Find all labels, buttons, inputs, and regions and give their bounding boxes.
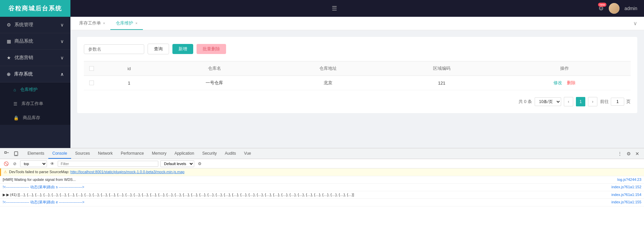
console-array-text: ▶ ▶ (41) [{…}, {…}, {…}, {…}, {…}, {…}, …: [3, 192, 611, 198]
search-input[interactable]: [84, 44, 144, 54]
col-id: id: [101, 61, 158, 76]
prev-page-button[interactable]: ‹: [564, 97, 573, 106]
sidebar-item-inventory[interactable]: ⊕ 库存系统 ∧: [0, 66, 70, 83]
edit-link[interactable]: 修改: [553, 80, 562, 85]
query-button[interactable]: 查询: [148, 44, 169, 54]
add-button[interactable]: 新增: [172, 44, 193, 54]
col-name: 仓库名: [158, 61, 271, 76]
console-file-4[interactable]: index.js?61a1:155: [611, 199, 641, 205]
expand-button[interactable]: ▶: [3, 193, 5, 197]
devtools-tab-elements[interactable]: Elements: [23, 148, 48, 159]
chevron-up-icon: ∧: [60, 71, 64, 77]
console-line-hmr: [HMR] Waiting for update signal from WDS…: [0, 176, 644, 184]
tab-label-warehouse: 仓库维护: [116, 20, 133, 26]
goods-icon: ▦: [7, 39, 11, 44]
sidebar-label-promotion: 优惠营销: [14, 55, 33, 61]
devtools-tab-audits[interactable]: Audits: [221, 148, 240, 159]
tab-warehouse[interactable]: 仓库维护 ×: [110, 17, 143, 30]
console-route-e-text: !<------------------- 动态(菜单)路由 e -------…: [3, 199, 611, 205]
sidebar-item-promotion[interactable]: ★ 优惠营销 ∨: [0, 50, 70, 66]
sidebar-item-system[interactable]: ⚙ 系统管理 ∨: [0, 17, 70, 33]
sidebar-item-work-order[interactable]: ☰ 库存工作单: [0, 97, 70, 111]
warehouse-icon: ⌂: [13, 87, 16, 92]
sidebar-label-work-order: 库存工作单: [21, 101, 43, 107]
console-eye-button[interactable]: 👁: [49, 160, 56, 167]
goto-prefix: 前往: [600, 99, 609, 105]
devtools-tabs-right: ⋮ ⚙ ✕: [616, 150, 641, 158]
console-toolbar: 🚫 ⊘ top 👁 Default levels ⚙: [0, 159, 644, 168]
avatar[interactable]: [609, 3, 620, 14]
tab-close-warehouse[interactable]: ×: [135, 21, 137, 25]
select-all-checkbox[interactable]: [89, 66, 94, 71]
devtools-icons: [3, 150, 20, 158]
console-file-2[interactable]: index.js?61a1:152: [611, 184, 641, 190]
sidebar-item-stock[interactable]: 🔒 商品库存: [0, 111, 70, 125]
row-checkbox[interactable]: [89, 81, 94, 85]
toolbar: 查询 新增 批量删除: [84, 44, 631, 54]
total-count: 共 0 条: [519, 99, 532, 105]
console-level-select[interactable]: Default levels: [160, 160, 194, 167]
row-id: 1: [101, 76, 158, 90]
work-order-icon: ☰: [13, 101, 17, 106]
console-file-3[interactable]: index.js?61a1:154: [611, 192, 641, 198]
devtools-tab-security[interactable]: Security: [198, 148, 221, 159]
devtools-settings-button[interactable]: ⚙: [625, 150, 633, 158]
username-label: admin: [625, 6, 637, 11]
tabs-more-button[interactable]: ∨: [633, 20, 641, 27]
devtools-tab-performance[interactable]: Performance: [117, 148, 148, 159]
page-size-select[interactable]: 10条/页 20条/页 50条/页: [535, 97, 561, 106]
console-context-select[interactable]: top: [20, 160, 47, 167]
avatar-image: [609, 3, 620, 14]
sidebar-label-goods: 商品系统: [14, 38, 33, 44]
sidebar-item-warehouse[interactable]: ⌂ 仓库维护: [0, 83, 70, 97]
goto-input[interactable]: [611, 98, 624, 106]
console-line-warning: ⚠ DevTools failed to parse SourceMap: ht…: [0, 168, 644, 176]
page-goto: 前往 页: [600, 98, 631, 106]
tabs-bar: 库存工作单 × 仓库维护 × ∨: [70, 17, 644, 30]
device-mode-button[interactable]: [12, 150, 20, 158]
tab-work-order[interactable]: 库存工作单 ×: [74, 17, 110, 30]
console-settings-button[interactable]: ⚙: [196, 160, 203, 167]
sidebar-submenu-inventory: ⌂ 仓库维护 ☰ 库存工作单 🔒 商品库存: [0, 83, 70, 125]
chevron-down-icon-2: ∨: [60, 39, 64, 44]
devtools-tab-console[interactable]: Console: [48, 148, 71, 159]
sidebar-label-stock: 商品库存: [23, 115, 40, 121]
table-row: 1 一号仓库 北京 121 修改 删除: [84, 76, 631, 90]
stock-icon: 🔒: [13, 115, 19, 120]
delete-link[interactable]: 删除: [567, 80, 576, 85]
console-filter-button[interactable]: ⊘: [11, 160, 18, 167]
row-checkbox-cell: [84, 76, 101, 90]
warning-icon: ⚠: [4, 169, 7, 175]
app-logo: 谷粒商城后台系统: [0, 0, 70, 17]
menu-toggle-button[interactable]: ☰: [325, 5, 344, 12]
sidebar-item-goods[interactable]: ▦ 商品系统 ∨: [0, 33, 70, 50]
console-clear-button[interactable]: 🚫: [3, 160, 9, 167]
row-name: 一号仓库: [158, 76, 271, 90]
devtools-tab-vue[interactable]: Vue: [240, 148, 255, 159]
sourcemap-link[interactable]: http://localhost:8001/static/plugins/moc…: [70, 170, 184, 174]
batch-delete-button[interactable]: 批量删除: [197, 44, 226, 54]
console-line-array: ▶ ▶ (41) [{…}, {…}, {…}, {…}, {…}, {…}, …: [0, 191, 644, 199]
devtools-tab-network[interactable]: Network: [94, 148, 117, 159]
console-filter-input[interactable]: [58, 161, 158, 167]
devtools-tab-sources[interactable]: Sources: [71, 148, 94, 159]
console-file-1[interactable]: log.js?4244:23: [617, 177, 641, 183]
console-route-s-text: !<------------------- 动态(菜单)路由 s -------…: [3, 184, 611, 190]
sidebar-label-inventory: 库存系统: [14, 71, 33, 77]
content-card: 查询 新增 批量删除 id 仓库名 仓库地址 区域: [77, 37, 637, 113]
devtools-panel: Elements Console Sources Network Perform…: [0, 148, 644, 252]
tabs-list: 库存工作单 × 仓库维护 ×: [74, 17, 143, 30]
col-address: 仓库地址: [271, 61, 385, 76]
devtools-more-button[interactable]: ⋮: [616, 150, 624, 158]
console-line-route-e: !<------------------- 动态(菜单)路由 e -------…: [0, 199, 644, 206]
inspect-element-button[interactable]: [3, 150, 11, 158]
current-page-button[interactable]: 1: [576, 97, 585, 106]
devtools-close-button[interactable]: ✕: [633, 150, 641, 158]
next-page-button[interactable]: ›: [588, 97, 597, 106]
settings-icon[interactable]: ⚙ new: [598, 5, 604, 12]
promotion-icon: ★: [7, 55, 11, 60]
devtools-tab-application[interactable]: Application: [170, 148, 198, 159]
tab-close-work-order[interactable]: ×: [103, 21, 105, 25]
chevron-down-icon-3: ∨: [60, 55, 64, 60]
devtools-tab-memory[interactable]: Memory: [148, 148, 170, 159]
